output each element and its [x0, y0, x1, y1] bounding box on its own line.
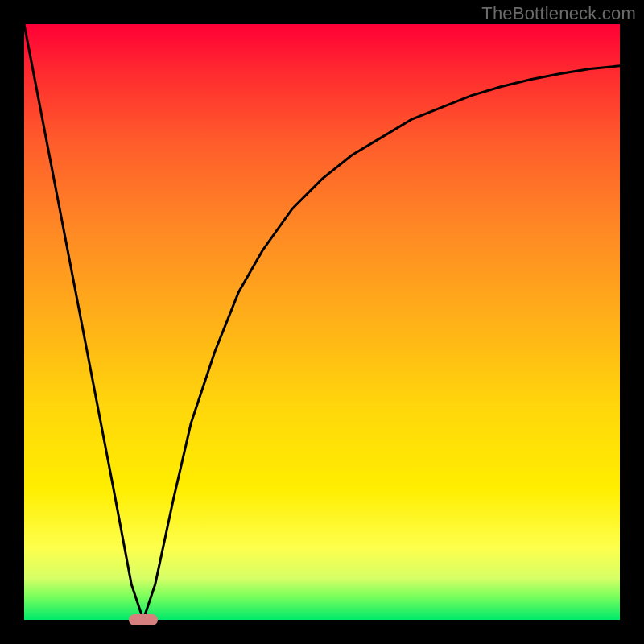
chart-frame: TheBottleneck.com — [0, 0, 644, 644]
watermark-text: TheBottleneck.com — [481, 3, 636, 24]
curve-svg — [24, 24, 620, 620]
plot-area — [24, 24, 620, 620]
bottleneck-curve — [24, 24, 620, 620]
optimal-marker — [129, 614, 158, 625]
